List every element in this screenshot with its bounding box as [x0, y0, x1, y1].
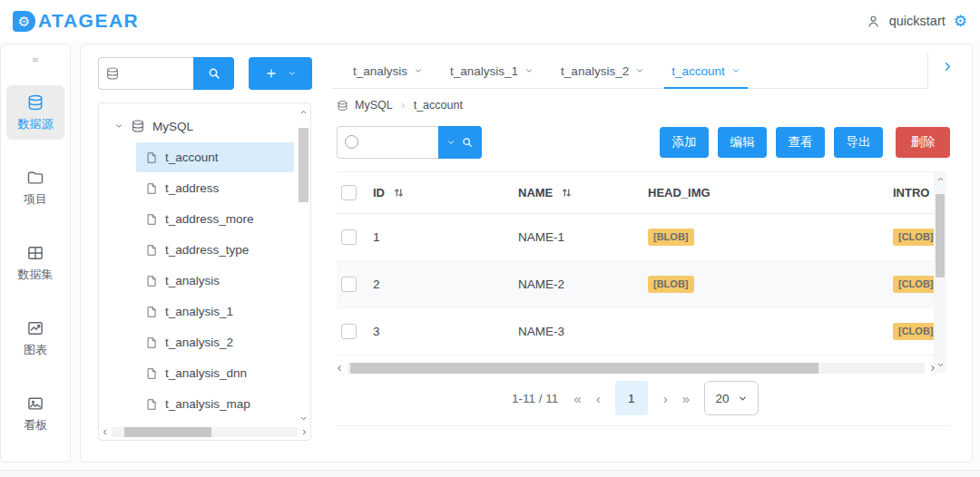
breadcrumb: MySQL t_account	[337, 99, 463, 112]
cell-intro: [CLOB]	[893, 229, 939, 246]
current-page-button[interactable]: 1	[615, 381, 648, 415]
sidebar-item-dashboard[interactable]: 看板	[6, 386, 64, 441]
sort-icon[interactable]	[561, 187, 573, 199]
edit-button[interactable]: 编辑	[718, 127, 767, 158]
sidebar-item-project[interactable]: 项目	[6, 161, 64, 215]
tree-item-label: t_address_type	[165, 243, 249, 257]
delete-button[interactable]: 删除	[896, 127, 950, 158]
tree-horizontal-scrollbar[interactable]	[101, 426, 309, 438]
cell-name: NAME-3	[518, 325, 648, 338]
collapse-menu-icon[interactable]	[26, 56, 44, 63]
tree-item-table[interactable]: t_analysis_map	[136, 389, 294, 419]
scrollbar-thumb[interactable]	[936, 194, 945, 277]
table-row[interactable]: 2 NAME-2 [BLOB] [CLOB]	[337, 261, 934, 308]
column-header-id[interactable]: ID	[373, 186, 518, 200]
tree-vertical-scrollbar[interactable]	[297, 105, 309, 425]
table-doc-icon	[145, 151, 158, 164]
database-icon	[131, 119, 145, 133]
table-row[interactable]: 3 NAME-3 [CLOB]	[337, 308, 934, 355]
row-checkbox[interactable]	[341, 229, 357, 245]
tab-t_analysis_1[interactable]: t_analysis_1	[436, 54, 547, 88]
row-checkbox[interactable]	[341, 277, 357, 292]
tree-item-table[interactable]: t_address	[136, 173, 294, 203]
blob-badge: [BLOB]	[648, 229, 694, 246]
tree-item-table[interactable]: t_analysis_dnn	[136, 358, 294, 388]
page-size-select[interactable]: 20	[704, 381, 759, 415]
row-checkbox[interactable]	[341, 324, 357, 339]
tree-node-mysql[interactable]: MySQL	[107, 112, 310, 141]
add-datasource-split-button[interactable]	[249, 57, 312, 90]
database-icon	[105, 66, 120, 81]
column-header-head-img[interactable]: HEAD_IMG	[648, 186, 893, 200]
keyword-condition-icon	[345, 135, 358, 149]
plus-icon	[265, 67, 278, 80]
scrollbar-thumb[interactable]	[350, 363, 818, 374]
tree-item-table[interactable]: t_account	[136, 142, 294, 172]
sidebar-item-datasource[interactable]: 数据源	[6, 85, 64, 140]
view-button[interactable]: 查看	[776, 127, 825, 158]
cell-id: 1	[373, 230, 518, 244]
chevron-down-icon[interactable]	[524, 66, 534, 75]
header-user-area: quickstart ⚙	[866, 14, 967, 29]
scrollbar-thumb[interactable]	[124, 427, 211, 437]
chevron-down-icon[interactable]	[635, 66, 644, 75]
datasource-search-wrap	[98, 57, 193, 90]
content-divider	[337, 425, 950, 426]
module-sidebar: 数据源 项目 数据集 图表 看板	[0, 44, 71, 462]
column-header-name[interactable]: NAME	[518, 186, 648, 200]
tree-root-label: MySQL	[152, 120, 193, 133]
scroll-up-icon[interactable]	[936, 175, 945, 183]
last-page-icon[interactable]: »	[682, 391, 689, 406]
sort-icon[interactable]	[393, 187, 405, 199]
tab-t_analysis_2[interactable]: t_analysis_2	[547, 54, 658, 88]
keyword-search-button[interactable]	[438, 126, 482, 159]
chevron-down-icon	[288, 69, 297, 78]
data-table: ID NAME HEAD_IMG INTRO 1 NAME-1 [BLOB] […	[337, 171, 934, 355]
tree-item-table[interactable]: t_address_more	[136, 204, 294, 234]
scroll-right-icon[interactable]	[928, 364, 937, 373]
scroll-left-icon[interactable]	[101, 428, 109, 436]
scroll-up-icon[interactable]	[299, 108, 308, 116]
sidebar-item-chart[interactable]: 图表	[6, 311, 64, 365]
table-header-row: ID NAME HEAD_IMG INTRO	[337, 171, 934, 214]
export-button[interactable]: 导出	[834, 127, 883, 158]
breadcrumb-database[interactable]: MySQL	[355, 99, 393, 112]
tree-item-table[interactable]: t_analysis_2	[136, 327, 294, 357]
tree-item-label: t_analysis_2	[165, 336, 233, 349]
tab-t_analysis[interactable]: t_analysis	[339, 54, 436, 88]
scrollbar-thumb[interactable]	[299, 128, 309, 202]
settings-gear-icon[interactable]: ⚙	[954, 14, 967, 29]
sidebar-item-dataset[interactable]: 数据集	[6, 236, 64, 290]
tree-item-table[interactable]: t_analysis	[136, 266, 294, 296]
next-page-icon[interactable]: ›	[663, 391, 667, 406]
first-page-icon[interactable]: «	[573, 391, 580, 406]
tree-item-label: t_analysis	[165, 274, 220, 287]
tabs-scroll-right-icon[interactable]	[941, 60, 955, 73]
scroll-down-icon[interactable]	[299, 414, 308, 423]
prev-page-icon[interactable]: ‹	[596, 391, 600, 406]
select-all-checkbox[interactable]	[341, 185, 357, 200]
tree-item-label: t_address_more	[165, 212, 254, 226]
table-horizontal-scrollbar[interactable]	[335, 362, 937, 375]
table-row[interactable]: 1 NAME-1 [BLOB] [CLOB]	[337, 214, 934, 261]
database-icon	[26, 93, 44, 112]
chevron-down-icon[interactable]	[731, 66, 740, 75]
scrollbar-track[interactable]	[348, 363, 925, 374]
add-button[interactable]: 添加	[660, 127, 709, 158]
table-vertical-scrollbar[interactable]	[934, 171, 946, 373]
table-doc-icon	[145, 182, 158, 195]
tree-item-table[interactable]: t_address_type	[136, 235, 294, 265]
tree-item-label: t_analysis_dnn	[165, 366, 247, 380]
cell-name: NAME-1	[518, 230, 648, 244]
tab-t_account[interactable]: t_account	[658, 54, 754, 88]
scrollbar-track[interactable]	[112, 427, 298, 437]
chevron-down-icon[interactable]	[414, 66, 423, 75]
scroll-left-icon[interactable]	[335, 364, 344, 373]
datasource-search-button[interactable]	[193, 57, 234, 90]
username[interactable]: quickstart	[889, 14, 946, 28]
sidebar-item-label: 数据源	[18, 116, 54, 132]
tree-item-table[interactable]: t_analysis_1	[136, 297, 294, 326]
column-header-intro[interactable]: INTRO	[893, 186, 934, 200]
scroll-right-icon[interactable]	[300, 428, 309, 436]
chevron-down-icon	[446, 138, 456, 147]
